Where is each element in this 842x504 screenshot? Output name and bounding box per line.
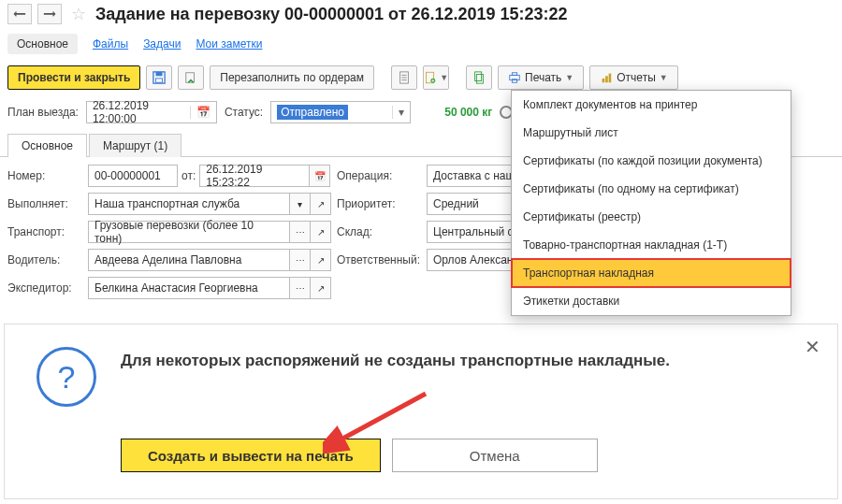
weight-value: 50 000 кг [444,106,492,119]
calendar-icon[interactable]: 📅 [310,165,330,187]
print-menu-item[interactable]: Сертификаты (по каждой позиции документа… [512,147,791,175]
page-title: Задание на перевозку 00-00000001 от 26.1… [95,5,568,24]
svg-rect-13 [476,75,483,84]
priority-label: Приоритет: [337,197,421,210]
date-field[interactable]: 26.12.2019 15:23:22 [199,165,310,187]
svg-rect-17 [602,79,605,82]
plan-label: План выезда: [7,106,79,119]
print-menu-item[interactable]: Комплект документов на принтер [512,91,791,119]
link-doc-icon [472,71,486,84]
print-button[interactable]: Печать ▼ [498,65,584,90]
transport-label: Транспорт: [7,225,82,238]
print-dropdown: Комплект документов на принтер Маршрутны… [511,90,791,316]
print-menu-item[interactable]: Сертификаты (реестр) [512,203,791,231]
driver-label: Водитель: [7,253,82,266]
refill-by-orders-button[interactable]: Перезаполнить по ордерам [210,65,374,90]
operation-label: Операция: [337,169,421,182]
question-icon: ? [36,347,96,407]
post-close-label: Провести и закрыть [18,71,130,84]
plan-date-value: 26.12.2019 12:00:00 [93,99,190,125]
reports-button[interactable]: Отчеты ▼ [589,65,677,90]
print-menu-item[interactable]: Сертификаты (по одному на сертификат) [512,175,791,203]
transport-field[interactable]: Грузовые перевозки (более 10 тонн) [88,221,290,243]
open-icon[interactable]: ↗ [311,277,331,299]
responsible-label: Ответственный: [337,253,421,266]
star-icon[interactable]: ☆ [71,4,86,24]
open-icon[interactable]: ↗ [311,193,331,215]
from-label: от: [181,169,196,182]
nav-back-button[interactable]: 🠔 [7,4,32,24]
post-and-close-button[interactable]: Провести и закрыть [7,65,140,90]
print-menu-item[interactable]: Этикетки доставки [512,287,791,315]
post-icon [184,71,197,84]
refill-label: Перезаполнить по ордерам [220,71,364,84]
dialog-text: Для некоторых распоряжений не созданы тр… [121,347,670,407]
status-value: Отправлено [277,105,348,120]
create-and-print-button[interactable]: Создать и вывести на печать [121,439,381,472]
save-icon [152,71,166,84]
nav-link-tasks[interactable]: Задачи [143,37,181,50]
reports-icon [600,71,613,84]
forwarder-label: Экспедитор: [7,281,82,295]
performer-label: Выполняет: [7,197,82,210]
post-button[interactable] [178,65,204,90]
plan-date-field[interactable]: 26.12.2019 12:00:00 📅 [86,101,217,123]
print-menu-item[interactable]: Маршрутный лист [512,119,791,147]
doc-icon-button[interactable] [391,65,417,90]
tab-route[interactable]: Маршрут (1) [89,134,181,157]
more-icon[interactable]: ⋯ [290,249,311,271]
open-icon[interactable]: ↗ [311,221,331,243]
save-button[interactable] [146,65,172,90]
svg-rect-1 [156,72,163,76]
svg-rect-18 [605,76,608,82]
number-label: Номер: [7,169,82,182]
chevron-down-icon[interactable]: ▾ [290,193,311,215]
status-label: Статус: [225,106,263,119]
document-icon [398,71,411,84]
driver-field[interactable]: Авдеева Аделина Павловна [88,249,290,271]
open-icon[interactable]: ↗ [311,249,331,271]
print-label: Печать [525,71,561,84]
cancel-button[interactable]: Отмена [392,439,598,472]
svg-rect-19 [609,74,612,83]
close-icon[interactable]: ✕ [805,338,820,356]
svg-rect-15 [512,73,516,76]
print-menu-item[interactable]: Товарно-транспортная накладная (1-Т) [512,231,791,259]
number-field[interactable]: 00-00000001 [88,165,178,187]
performer-field[interactable]: Наша транспортная служба [88,193,290,215]
more-icon[interactable]: ⋯ [290,277,311,299]
forwarder-field[interactable]: Белкина Анастасия Георгиевна [88,277,290,299]
reports-label: Отчеты [617,71,655,84]
nav-tab-main[interactable]: Основное [7,34,78,54]
chevron-down-icon: ▼ [660,73,668,82]
confirm-dialog: ✕ ? Для некоторых распоряжений не создан… [4,324,838,499]
calendar-icon[interactable]: 📅 [190,106,210,119]
status-field[interactable]: Отправлено ▾ [270,101,411,123]
nav-link-notes[interactable]: Мои заметки [196,37,262,50]
chevron-down-icon: ▼ [565,73,573,82]
more-icon[interactable]: ⋯ [290,221,311,243]
print-menu-item-selected[interactable]: Транспортная накладная [512,259,791,287]
link-doc-button[interactable] [466,65,492,90]
svg-rect-2 [156,79,163,82]
chevron-down-icon[interactable]: ▾ [392,106,404,119]
nav-forward-button[interactable]: 🠖 [37,4,62,24]
printer-icon [508,71,521,84]
document-add-icon [424,71,436,84]
svg-rect-12 [475,72,482,81]
warehouse-label: Склад: [337,225,421,238]
tab-main[interactable]: Основное [7,134,87,157]
nav-link-files[interactable]: Файлы [93,37,128,50]
chevron-down-icon: ▼ [440,73,448,82]
doc-add-button[interactable]: ▼ [423,65,449,90]
